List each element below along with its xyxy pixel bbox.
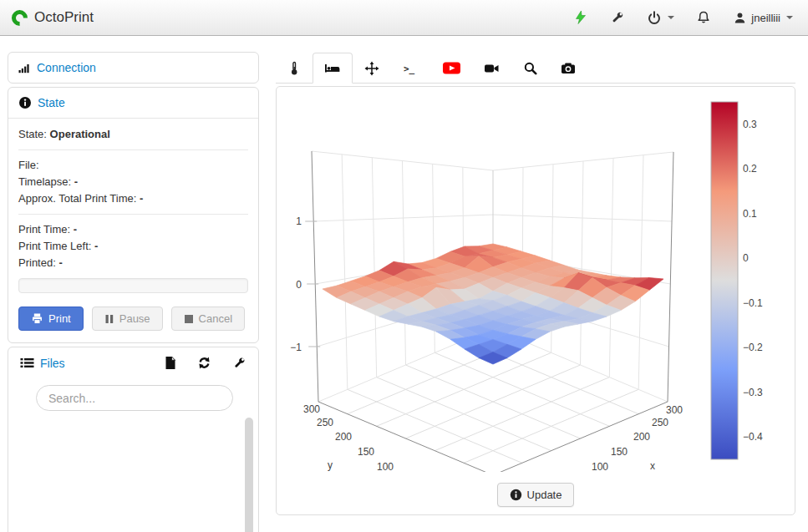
youtube-icon [443,61,460,75]
tab-timelapse[interactable] [549,53,587,84]
arrows-move-icon [364,61,379,76]
svg-text:>_: >_ [404,63,415,74]
divider [18,214,248,215]
printer-icon [31,312,43,325]
timelapse-row: Timelapse: - [18,174,248,190]
cancel-button[interactable]: Cancel [171,307,245,331]
svg-text:−0.1: −0.1 [743,297,763,309]
svg-text:0: 0 [296,279,302,291]
tab-control[interactable] [353,53,391,84]
tab-bar: >_ [276,52,795,84]
stop-icon [184,314,194,324]
connection-status-bolt-icon[interactable] [573,10,588,25]
user-menu[interactable]: jneilliii [733,11,793,25]
chevron-down-icon [668,16,674,19]
tab-webcam[interactable] [472,53,511,84]
pause-icon [104,314,114,324]
bed-mesh-3d-plot[interactable]: 30025020015010030025020015010010−1yx0.30… [277,87,795,472]
brand-title: OctoPrint [34,9,94,26]
svg-text:250: 250 [652,417,668,428]
tab-terminal[interactable]: >_ [391,53,431,84]
svg-text:−0.4: −0.4 [743,431,763,443]
refresh-icon[interactable] [197,356,211,370]
printed-row: Printed: - [18,255,248,271]
svg-text:300: 300 [303,403,320,415]
power-icon [647,10,662,25]
svg-text:150: 150 [358,446,374,458]
svg-text:100: 100 [592,461,608,472]
svg-text:150: 150 [611,446,628,458]
tab-youtube[interactable] [431,53,472,84]
svg-text:200: 200 [633,431,650,443]
update-button[interactable]: Update [497,483,575,507]
connection-panel-title: Connection [37,61,96,74]
state-panel: State State: Operational File: Timelapse… [8,87,259,343]
printer-state-row: State: Operational [18,126,248,143]
print-progress-bar [18,278,248,293]
files-panel: Files [8,347,259,532]
svg-text:1: 1 [296,215,302,227]
svg-text:0.2: 0.2 [743,163,757,175]
settings-wrench-icon[interactable] [610,10,625,25]
system-power-menu[interactable] [647,10,674,25]
divider [18,149,248,150]
printer-state-value: Operational [50,128,110,140]
bed-visualizer-content: 30025020015010030025020015010010−1yx0.30… [276,86,795,515]
info-circle-icon [510,489,522,501]
print-time-left-row: Print Time Left: - [18,238,248,255]
svg-text:100: 100 [377,461,394,472]
search-icon [523,61,537,75]
octoprint-logo-icon [8,7,31,29]
svg-text:y: y [328,459,333,471]
file-row: File: [18,157,248,174]
svg-text:−0.3: −0.3 [743,387,763,398]
tab-search[interactable] [511,53,549,84]
files-scrollbar[interactable] [245,418,253,532]
user-name: jneilliii [751,12,780,24]
tab-bed-level-visualizer[interactable] [313,53,353,84]
print-button[interactable]: Print [18,307,84,331]
camera-icon [561,61,576,75]
chevron-down-icon [786,16,793,19]
list-icon [20,357,34,369]
connection-panel-header[interactable]: Connection [8,53,258,83]
svg-text:−1: −1 [290,342,302,353]
main-area: >_ [276,52,795,515]
terminal-icon: >_ [403,62,419,75]
state-panel-header[interactable]: State [8,88,258,119]
info-circle-icon [18,96,32,109]
bed-icon [324,61,341,76]
svg-text:0.3: 0.3 [743,119,757,130]
files-panel-title[interactable]: Files [40,357,65,370]
notifications-bell-icon[interactable] [696,10,711,25]
print-time-row: Print Time: - [18,221,248,238]
new-file-icon[interactable] [163,356,176,370]
wrench-icon[interactable] [232,356,246,370]
navbar: OctoPrint jneilliii [0,0,808,36]
approx-total-print-time-row: Approx. Total Print Time: - [18,190,248,207]
files-search-input[interactable] [36,385,233,411]
tab-temperature[interactable] [276,53,313,84]
state-panel-title: State [38,96,65,109]
svg-text:300: 300 [666,404,683,416]
svg-text:0: 0 [743,252,749,264]
svg-text:250: 250 [317,417,333,428]
thermometer-icon [287,61,301,76]
pause-button[interactable]: Pause [92,307,163,331]
video-camera-icon [484,61,500,76]
svg-text:0.1: 0.1 [743,208,757,220]
connection-panel: Connection [8,52,259,84]
brand: OctoPrint [12,9,94,26]
svg-text:x: x [650,460,655,472]
user-icon [733,11,747,25]
sidebar: Connection State State: Operational File… [8,52,259,532]
svg-text:200: 200 [335,431,352,443]
svg-text:−0.2: −0.2 [743,342,763,353]
signal-icon [18,62,31,73]
